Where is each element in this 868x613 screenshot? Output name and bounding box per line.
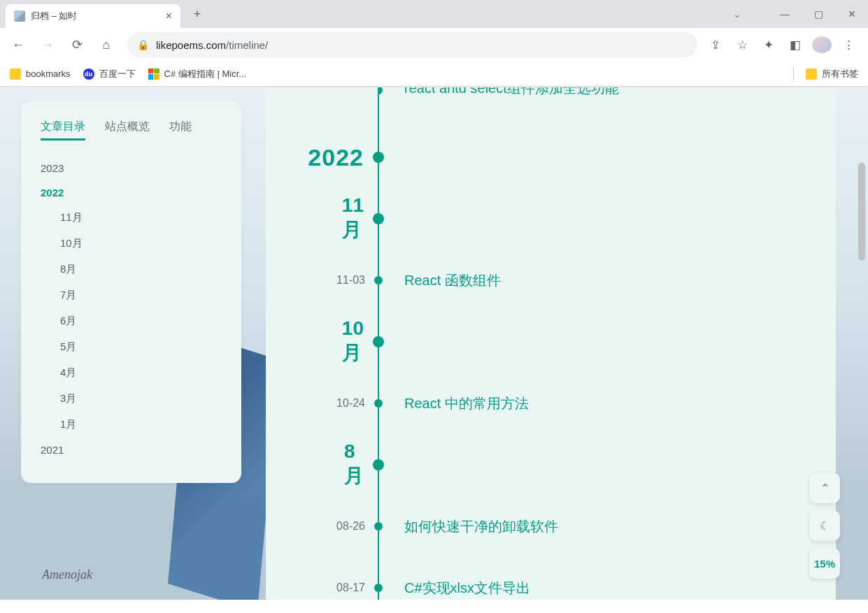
dot-icon	[374, 399, 383, 408]
toc-month[interactable]: 8月	[41, 257, 222, 282]
tab-site-overview[interactable]: 站点概览	[105, 120, 150, 140]
timeline-title[interactable]: react antd select组件添加全选功能	[404, 87, 619, 98]
nav-bar: ← → ⟳ ⌂ 🔒 likepoems.com/timeline/ ⇪ ☆ ✦ …	[0, 28, 868, 62]
avatar[interactable]	[812, 36, 832, 53]
toc-year[interactable]: 2023	[41, 156, 222, 180]
signature: Amenojak	[42, 568, 92, 582]
forward-button: →	[35, 32, 60, 57]
bookmark-item[interactable]: bookmarks	[10, 68, 71, 80]
timeline-month: 11月	[379, 198, 808, 240]
dot-icon	[373, 459, 384, 470]
baidu-icon: du	[83, 68, 94, 80]
timeline-title[interactable]: React 函数组件	[404, 271, 501, 290]
timeline-item: 08-26 如何快速干净的卸载软件	[379, 505, 808, 547]
dot-icon	[374, 522, 383, 531]
toc-year[interactable]: 2021	[41, 438, 222, 462]
timeline-date: 08-17	[309, 582, 365, 594]
bookmarks-bar: bookmarks du 百度一下 C# 编程指南 | Micr... 所有书签	[0, 62, 868, 87]
month-label: 11月	[342, 194, 364, 243]
microsoft-icon	[148, 68, 159, 80]
all-bookmarks-label: 所有书签	[822, 68, 858, 80]
month-label: 10月	[342, 317, 364, 366]
toc-month[interactable]: 6月	[41, 308, 222, 334]
dot-icon	[373, 336, 384, 347]
bookmark-item[interactable]: C# 编程指南 | Micr...	[148, 68, 247, 80]
reload-button[interactable]: ⟳	[64, 32, 90, 57]
timeline-item: 11-03 React 函数组件	[379, 259, 808, 301]
timeline-title[interactable]: 如何快速干净的卸载软件	[404, 517, 558, 536]
bookmark-label: bookmarks	[26, 68, 71, 79]
scroll-thumb[interactable]	[858, 163, 865, 261]
star-icon[interactable]: ☆	[732, 38, 752, 52]
tab-functions[interactable]: 功能	[169, 120, 192, 140]
dot-icon	[374, 584, 383, 592]
page-area: Amenojak 文章目录 站点概览 功能 2023 2022 11月 10月 …	[0, 87, 868, 600]
minimize-icon[interactable]: —	[769, 3, 801, 25]
timeline-date: 11-03	[309, 274, 365, 287]
close-icon[interactable]: ×	[166, 10, 172, 22]
bookmark-item[interactable]: du 百度一下	[83, 68, 136, 80]
extensions-icon[interactable]: ✦	[759, 38, 778, 52]
year-label: 2022	[308, 144, 364, 171]
toc-month[interactable]: 5月	[41, 334, 222, 360]
bookmark-label: 百度一下	[99, 68, 136, 80]
browser-tab[interactable]: 归档 – 如时 ×	[6, 4, 180, 28]
lock-icon: 🔒	[137, 39, 149, 50]
dot-icon	[379, 87, 383, 94]
timeline-month: 10月	[379, 321, 808, 363]
timeline-item: 08-17 C#实现xlsx文件导出	[379, 567, 808, 600]
timeline-date: 08-26	[309, 520, 365, 533]
timeline-title[interactable]: C#实现xlsx文件导出	[404, 579, 530, 598]
dot-icon	[373, 152, 384, 163]
folder-icon	[10, 68, 21, 80]
share-icon[interactable]: ⇪	[706, 38, 725, 52]
sidebar-card: 文章目录 站点概览 功能 2023 2022 11月 10月 8月 7月 6月 …	[21, 101, 241, 483]
close-window-icon[interactable]: ✕	[836, 3, 868, 25]
timeline-title[interactable]: React 中的常用方法	[404, 394, 529, 413]
window-controls: ⌄ — ▢ ✕	[721, 3, 868, 25]
scroll-percent[interactable]: 15%	[809, 548, 840, 579]
scrollbar[interactable]	[857, 163, 867, 590]
back-button[interactable]: ←	[6, 32, 31, 57]
side-panel-icon[interactable]: ◧	[785, 38, 805, 52]
menu-icon[interactable]: ⋮	[839, 38, 858, 52]
url-bar[interactable]: 🔒 likepoems.com/timeline/	[127, 32, 697, 57]
all-bookmarks-button[interactable]: 所有书签	[793, 67, 858, 81]
toc-month[interactable]: 3月	[41, 386, 222, 412]
dot-icon	[373, 213, 384, 224]
scroll-top-button[interactable]: ⌃	[809, 473, 840, 503]
tab-title: 归档 – 如时	[31, 10, 77, 22]
timeline-date: 10-24	[309, 397, 365, 410]
timeline-card: 01-04 react antd select组件添加全选功能 2022 11月…	[266, 87, 836, 600]
toc-year[interactable]: 2022	[41, 180, 222, 205]
url-text: likepoems.com/timeline/	[156, 39, 688, 51]
timeline-item: 10-24 React 中的常用方法	[379, 382, 808, 424]
favicon-icon	[14, 10, 25, 22]
timeline-item: 01-04 react antd select组件添加全选功能	[379, 87, 808, 101]
folder-icon	[806, 68, 817, 80]
tab-bar: 归档 – 如时 × + ⌄ — ▢ ✕	[0, 0, 868, 28]
toc-month[interactable]: 1月	[41, 412, 222, 438]
toc-month[interactable]: 10月	[41, 231, 222, 257]
toc-month[interactable]: 4月	[41, 360, 222, 386]
home-button[interactable]: ⌂	[94, 32, 119, 57]
dot-icon	[374, 276, 383, 284]
timeline-month: 8月	[379, 444, 808, 486]
dark-mode-button[interactable]: ☾	[809, 510, 840, 541]
maximize-icon[interactable]: ▢	[802, 3, 834, 25]
toc-month[interactable]: 11月	[41, 205, 222, 231]
bookmark-label: C# 编程指南 | Micr...	[164, 68, 247, 80]
toc-month[interactable]: 7月	[41, 282, 222, 308]
month-label: 8月	[344, 440, 364, 489]
new-tab-button[interactable]: +	[187, 4, 207, 24]
timeline-year: 2022	[379, 136, 808, 178]
tab-toc[interactable]: 文章目录	[41, 120, 85, 140]
chevron-down-icon[interactable]: ⌄	[721, 3, 753, 25]
